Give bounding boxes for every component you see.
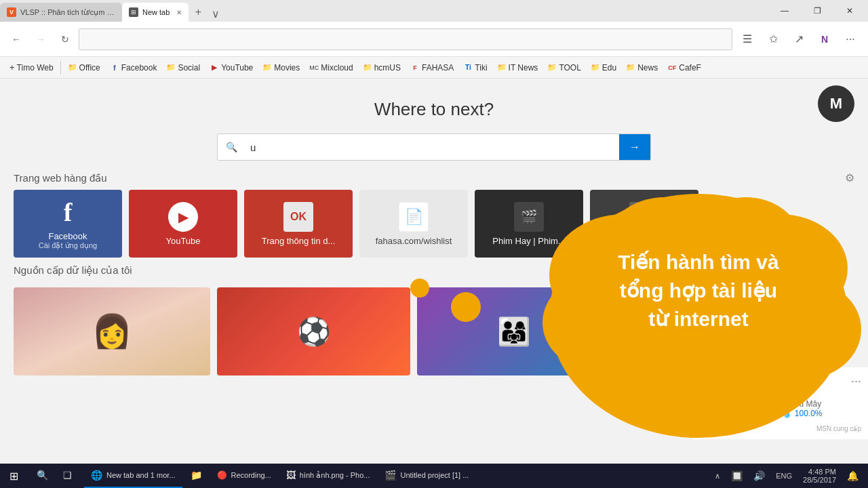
fahasa-logo-bg: 📄: [399, 202, 429, 232]
newtab-header: Where to next? M: [0, 79, 868, 120]
address-bar[interactable]: [79, 28, 732, 50]
recording-icon: 🔴: [217, 470, 227, 480]
tab-close-button[interactable]: ✕: [176, 9, 182, 16]
folder-icon: 📁: [262, 63, 272, 73]
bookmark-tool-label: TOOL: [559, 63, 580, 73]
news-img-1: 👩: [14, 287, 210, 375]
refresh-button[interactable]: ↻: [54, 28, 76, 50]
more-button[interactable]: ···: [838, 28, 863, 50]
newtab-page: Where to next? M 🔍 → Trang web hàng đầu …: [0, 79, 868, 464]
newtab-heading: Where to next?: [374, 99, 494, 120]
news-card-2[interactable]: ⚽: [217, 287, 410, 375]
tab-newtab[interactable]: ⊞ New tab ✕: [122, 3, 189, 22]
bookmark-movies[interactable]: 📁 Movies: [258, 62, 304, 74]
ok-site-name: Trang thông tin d...: [262, 236, 336, 246]
network-icon[interactable]: 🔲: [727, 464, 747, 488]
bookmark-mixcloud[interactable]: MC Mixcloud: [305, 62, 357, 74]
taskbar-search[interactable]: 🔍: [30, 464, 55, 488]
folder-icon: 📁: [497, 63, 507, 73]
bookmark-social[interactable]: 📁 Social: [162, 62, 204, 74]
top-site-youtube[interactable]: ▶ YouTube: [129, 190, 237, 258]
chevron-right-icon: ›: [807, 377, 810, 386]
top-site-phim[interactable]: 🎬 Phim Hay | Phim...: [475, 190, 583, 258]
start-button[interactable]: ⊞: [0, 464, 27, 488]
news-img-2: ⚽: [217, 287, 410, 375]
weather-icon: ⛅: [699, 395, 726, 421]
notification-button[interactable]: 🔔: [843, 464, 863, 488]
top-site-review[interactable]: M Review - Đánh...: [590, 190, 698, 258]
bookmark-timo-web[interactable]: + Timo Web: [5, 61, 58, 74]
bookmark-facebook-label: Facebook: [121, 63, 157, 73]
youtube-logo-bg: ▶: [168, 202, 198, 232]
user-avatar[interactable]: M: [818, 85, 854, 122]
taskbar-item-browser[interactable]: 🌐 New tab and 1 mor...: [84, 464, 182, 488]
bookmark-facebook[interactable]: f Facebook: [106, 62, 161, 74]
news-card-1[interactable]: 👩: [14, 287, 210, 375]
taskbar-taskview[interactable]: ❑: [56, 464, 79, 488]
back-button[interactable]: ←: [5, 28, 27, 50]
search-bar: 🔍 →: [217, 134, 651, 161]
folder-icon: 📁: [626, 63, 635, 73]
main-content: Where to next? M 🔍 → Trang web hàng đầu …: [0, 79, 868, 464]
forward-button[interactable]: →: [30, 28, 52, 50]
search-bar-container: 🔍 →: [0, 134, 868, 161]
tab-overflow-button[interactable]: ∨: [208, 5, 224, 22]
search-submit-button[interactable]: →: [619, 134, 650, 160]
bookmark-itnews[interactable]: 📁 IT News: [493, 62, 542, 74]
weather-widget: Huyện Mỏ Cày, Tỉnh Bến Tre › ··· ⛅ 31 °C…: [692, 367, 868, 439]
window-controls: — ❐ ✕: [769, 0, 868, 22]
top-site-facebook[interactable]: f Facebook Cài đặt ứng dụng: [14, 190, 122, 258]
youtube-play-icon: ▶: [178, 209, 189, 225]
hub-button[interactable]: ☰: [735, 28, 760, 50]
close-button[interactable]: ✕: [834, 0, 865, 22]
youtube-site-name: YouTube: [165, 236, 200, 246]
show-hidden-button[interactable]: ∧: [711, 464, 724, 488]
taskbar-clock[interactable]: 4:48 PM 28/5/2017: [799, 468, 840, 484]
navbar: ← → ↻ ☰ ✩ ↗ N ···: [0, 22, 868, 57]
news-card-3[interactable]: 👨‍👩‍👧: [417, 287, 610, 375]
weather-location[interactable]: Huyện Mỏ Cày, Tỉnh Bến Tre ›: [699, 377, 810, 386]
bookmark-cafef[interactable]: CF CafeF: [663, 62, 705, 74]
taskbar-item-explorer[interactable]: 📁: [184, 464, 209, 488]
bookmark-hcmus[interactable]: 📁 hcmUS: [359, 62, 405, 74]
language-indicator[interactable]: ENG: [772, 464, 796, 488]
search-input[interactable]: [245, 134, 619, 160]
bookmark-tiki[interactable]: Ti Tiki: [459, 62, 491, 74]
taskbar-item-recording[interactable]: 🔴 Recording...: [210, 464, 278, 488]
weather-header: Huyện Mỏ Cày, Tỉnh Bến Tre › ···: [699, 374, 861, 388]
weather-more-button[interactable]: ···: [851, 374, 861, 388]
onenote-button[interactable]: N: [812, 28, 837, 50]
ok-text: OK: [290, 211, 307, 223]
rain-icon: 💧: [782, 409, 792, 418]
review-logo-bg: M: [629, 202, 659, 232]
bookmark-tool[interactable]: 📁 TOOL: [543, 62, 585, 74]
top-sites-settings-icon[interactable]: ⚙: [845, 171, 854, 184]
bookmark-news[interactable]: 📁 News: [622, 62, 662, 74]
ok-logo-bg: OK: [283, 202, 313, 232]
tab-newtab-label: New tab: [142, 8, 170, 16]
share-button[interactable]: ↗: [787, 28, 811, 50]
fahasa-site-name: fahasa.com/wishlist: [376, 236, 452, 246]
favorites-button[interactable]: ✩: [761, 28, 785, 50]
top-site-ok[interactable]: OK Trang thông tin d...: [244, 190, 353, 258]
top-site-fahasa[interactable]: 📄 fahasa.com/wishlist: [359, 190, 468, 258]
tab-vlsp[interactable]: V VLSP :: Phân tích từ/cụm từ...: [0, 3, 122, 22]
restore-button[interactable]: ❐: [802, 0, 833, 22]
news-section: 👩 ⚽ 👨‍👩‍👧: [0, 282, 868, 375]
tab-strip: V VLSP :: Phân tích từ/cụm từ... ⊞ New t…: [0, 0, 769, 22]
taskbar-item-photo[interactable]: 🖼 hình ảnh.png - Pho...: [279, 464, 377, 488]
bookmark-office[interactable]: 📁 Office: [64, 62, 104, 74]
volume-icon[interactable]: 🔊: [749, 464, 769, 488]
weather-source: MSN cung cấp: [699, 425, 861, 432]
phim-icon: 🎬: [521, 209, 538, 225]
cafef-icon: CF: [667, 63, 677, 73]
bookmark-edu-label: Edu: [602, 63, 616, 73]
titlebar: V VLSP :: Phân tích từ/cụm từ... ⊞ New t…: [0, 0, 868, 22]
bookmark-fahasa[interactable]: F FAHASA: [406, 62, 458, 74]
taskbar-item-project[interactable]: 🎬 Untitled project [1] ...: [378, 464, 475, 488]
minimize-button[interactable]: —: [769, 0, 800, 22]
bookmark-youtube[interactable]: ▶ YouTube: [205, 62, 257, 74]
clock-date: 28/5/2017: [803, 476, 836, 484]
bookmark-edu[interactable]: 📁 Edu: [587, 62, 620, 74]
new-tab-button[interactable]: +: [189, 3, 208, 22]
